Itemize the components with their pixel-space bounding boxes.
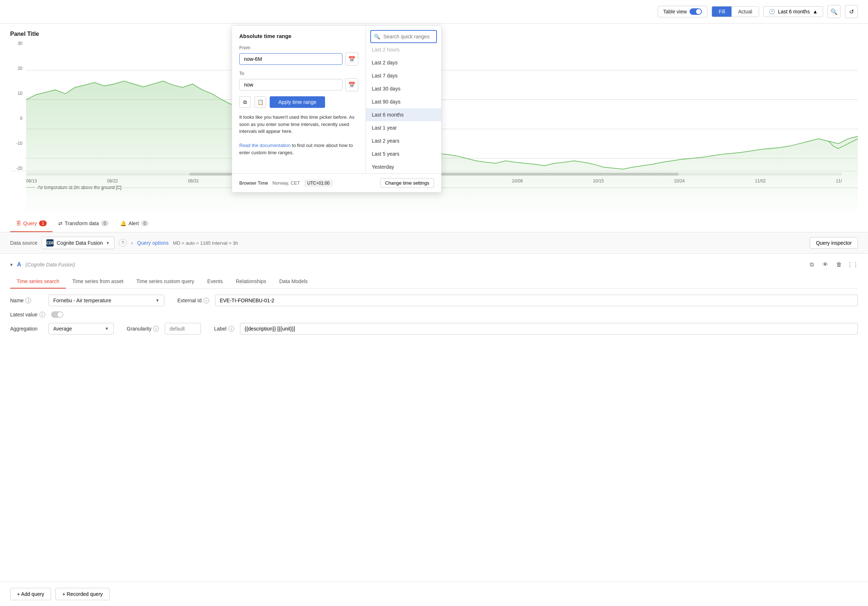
inner-tab-relationships[interactable]: Relationships [229,275,273,288]
table-view-label: Table view [663,9,687,14]
aggregation-label-text: Aggregation [10,326,38,332]
tab-query[interactable]: 🗄 Query 1 [10,215,53,232]
time-picker-panel: Absolute time range From 📅 To 📅 ⧉ 📋 Appl… [232,25,442,192]
quick-item-yesterday[interactable]: Yesterday [366,160,441,174]
granularity-label-text: Granularity [127,326,151,332]
browser-time-label: Browser Time [239,180,268,186]
query-inspector-button[interactable]: Query inspector [810,237,858,249]
database-icon: 🗄 [16,220,21,226]
tab-transform[interactable]: ⇄ Transform data 0 [53,215,115,232]
add-query-button[interactable]: + Add query [10,588,51,600]
external-id-input[interactable] [215,294,858,306]
latest-value-label-text: Latest value [10,312,38,318]
quick-item-last-90d[interactable]: Last 90 days [366,95,441,108]
help-icon-button[interactable]: ? [119,239,127,247]
inner-tab-time-series-search[interactable]: Time series search [10,275,66,288]
duplicate-icon-button[interactable]: ⧉ [806,260,817,270]
quick-item-last-2d[interactable]: Last 2 days [366,56,441,69]
collapse-button[interactable]: ▾ [10,262,13,268]
drag-handle-icon[interactable]: ⋮⋮ [848,260,858,270]
table-view-switch[interactable] [690,8,702,15]
quick-item-last-1y[interactable]: Last 1 year [366,121,441,134]
apply-time-range-button[interactable]: Apply time range [270,96,325,108]
quick-item-last-2y[interactable]: Last 2 years [366,134,441,147]
inner-tab-custom-query[interactable]: Time series custom query [130,275,201,288]
tab-alert-label: Alert [129,220,139,226]
latest-value-toggle[interactable] [51,312,64,318]
external-id-label: External Id i [177,298,209,303]
copy-time-button[interactable]: ⧉ [239,96,251,108]
quick-item-last-30d[interactable]: Last 30 days [366,82,441,95]
aggregation-select[interactable]: Average ▼ [48,323,114,335]
zoom-icon-button[interactable]: 🔍 [828,5,840,18]
time-picker-left: Absolute time range From 📅 To 📅 ⧉ 📋 Appl… [232,26,366,174]
form-row-aggregation: Aggregation Average ▼ Granularity i Labe… [10,323,858,335]
external-id-info-icon[interactable]: i [203,298,209,303]
chevron-up-icon: ▲ [813,9,818,14]
from-input[interactable] [239,53,343,65]
label-field-label: Label i [214,326,234,332]
inner-tab-events[interactable]: Events [201,275,229,288]
ds-chevron-icon: ▼ [106,241,110,245]
paste-time-button[interactable]: 📋 [254,96,266,108]
bottom-bar: + Add query + Recorded query [0,582,868,606]
time-picker-right: 🔍 Last 2 hours Last 2 days Last 7 days L… [366,26,441,174]
granularity-label: Granularity i [127,326,159,332]
time-range-label: Last 6 months [778,9,810,14]
tab-alert[interactable]: 🔔 Alert 0 [115,215,154,232]
aggregation-label: Aggregation [10,326,43,332]
actual-button[interactable]: Actual [732,6,759,17]
quick-item-last-5y[interactable]: Last 5 years [366,147,441,160]
form-row-latest-value: Latest value i [10,312,858,318]
to-input[interactable] [239,79,343,90]
doc-link[interactable]: Read the documentation [239,143,291,148]
y-label-0: 0 [10,116,25,121]
quick-item-last-2h[interactable]: Last 2 hours [366,43,441,56]
aggregation-arrow-icon: ▼ [105,326,109,331]
query-row-actions: ⧉ 👁 🗑 ⋮⋮ [806,260,858,270]
clock-icon: 🕐 [769,9,775,14]
quick-item-last-7d[interactable]: Last 7 days [366,69,441,82]
ds-name: Cognite Data Fusion [56,240,103,246]
quick-ranges-search-input[interactable] [370,30,437,43]
query-row-header: ▾ A (Cognite Data Fusion) ⧉ 👁 🗑 ⋮⋮ [10,260,858,270]
utc-offset-badge: UTC+01:00 [304,180,333,187]
label-field-label-text: Label [214,326,226,332]
from-calendar-button[interactable]: 📅 [345,53,358,65]
visibility-icon-button[interactable]: 👁 [820,260,830,270]
latest-value-info-icon[interactable]: i [39,312,45,318]
query-options-link[interactable]: Query options [137,240,169,246]
query-section: ▾ A (Cognite Data Fusion) ⧉ 👁 🗑 ⋮⋮ Time … [0,254,868,346]
data-source-select[interactable]: CDF Cognite Data Fusion ▼ [42,237,115,249]
granularity-input[interactable] [165,323,201,335]
quick-item-last-6m[interactable]: Last 6 months [366,108,441,121]
delete-icon-button[interactable]: 🗑 [834,260,844,270]
inner-tab-data-models[interactable]: Data Models [273,275,314,288]
query-meta: MD = auto = 1185 Interval = 3h [173,240,805,246]
to-label: To [239,71,358,76]
y-label-20: 20 [10,66,25,71]
change-time-settings-button[interactable]: Change time settings [380,178,434,188]
from-input-row: 📅 [239,53,358,65]
table-view-toggle[interactable]: Table view [658,6,707,17]
name-select-arrow-icon: ▼ [155,298,160,303]
form-row-name: Name i Fornebu - Air temperature ▼ Exter… [10,294,858,306]
top-bar: Table view Fill Actual 🕐 Last 6 months ▲… [0,0,868,23]
browser-timezone: Norway, CET [272,180,300,186]
name-select[interactable]: Fornebu - Air temperature ▼ [48,294,164,306]
time-range-button[interactable]: 🕐 Last 6 months ▲ [763,6,823,17]
tab-alert-badge: 0 [141,220,149,226]
name-info-icon[interactable]: i [25,298,31,303]
to-calendar-button[interactable]: 📅 [345,78,358,91]
tab-transform-badge: 0 [101,220,108,226]
quick-ranges-search-box: 🔍 [370,30,437,43]
fill-button[interactable]: Fill [712,6,732,17]
inner-tab-from-asset[interactable]: Time series from asset [66,275,130,288]
label-info-icon[interactable]: i [228,326,234,332]
recorded-query-button[interactable]: + Recorded query [55,588,110,600]
label-input[interactable] [240,323,858,335]
alert-icon: 🔔 [120,220,126,226]
aggregation-select-value: Average [53,326,72,332]
granularity-info-icon[interactable]: i [153,326,159,332]
refresh-icon-button[interactable]: ↺ [845,5,858,18]
